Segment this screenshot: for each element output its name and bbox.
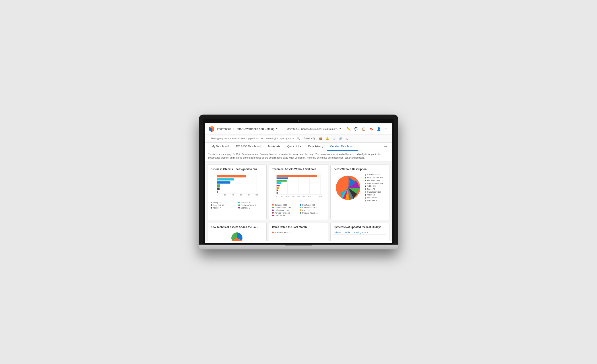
more-tabs-button[interactable]: ···	[382, 143, 389, 150]
col-header-table: Table	[345, 231, 350, 234]
bookmark-icon[interactable]: 🔖	[369, 126, 374, 132]
connect-icon[interactable]: 🔗	[338, 136, 343, 141]
tab-data-privacy[interactable]: Data Privacy	[305, 143, 327, 151]
legend-flat-file: Flat File: 56	[272, 214, 297, 217]
tab-quick-links[interactable]: Quick Links	[284, 143, 305, 151]
svg-rect-39	[277, 192, 278, 194]
svg-text:500: 500	[281, 195, 283, 197]
systems-not-updated-title: Systems Not updated the last 60 days	[334, 226, 386, 229]
pie-legend-file: File: 173	[365, 188, 384, 190]
catalog-icon[interactable]: 📦	[318, 136, 323, 141]
svg-rect-34	[277, 180, 287, 182]
pie-legend-table: Table: 239	[365, 185, 384, 187]
technical-assets-widget: Technical Assets Without Stakhold...	[269, 164, 328, 220]
legend-calculation: Calculation: 393	[300, 206, 325, 209]
cloud-icon[interactable]: ☁️	[331, 136, 336, 141]
legend-calc2: Calculation: 241	[272, 209, 297, 212]
pie-chart-svg	[334, 173, 362, 202]
svg-rect-32	[277, 175, 317, 177]
org-name: Unity CDGC Generic Customer Retail Demo …	[287, 128, 338, 130]
app-name-label: Informatica	[217, 127, 231, 130]
svg-text:40: 40	[232, 194, 234, 196]
svg-rect-15	[217, 190, 218, 193]
legend-foreign-key: Foreign Key: 146	[272, 212, 297, 214]
new-technical-assets-title: New Technical Assets Added the La...	[211, 226, 263, 229]
business-objects-legend: Policy: 87 Process: 52 Data Set: 12	[211, 201, 263, 209]
items-rated-legend: Business Term: 1	[272, 231, 325, 234]
help-icon[interactable]: ?	[384, 126, 389, 132]
search-icon[interactable]: 🔍	[297, 137, 300, 140]
pie-legend-view: View: 58	[365, 194, 384, 196]
svg-text:60: 60	[240, 194, 242, 196]
business-objects-title: Business Objects Unassigned to Ow...	[211, 168, 263, 171]
legend-policy: Policy: 87	[211, 201, 236, 204]
info-text: This is your home page for Data Governan…	[208, 153, 381, 159]
systems-table-header: Column Table Catalog Source	[334, 231, 386, 235]
dashboard-content[interactable]: Business Objects Unassigned to Ow...	[204, 162, 393, 241]
notifications-icon[interactable]: 💬	[353, 126, 359, 132]
chevron-down-icon	[276, 128, 277, 129]
domain-icon[interactable]: 🔔	[325, 136, 330, 141]
legend-bizterm: Business Term: 9	[238, 204, 263, 206]
search-input[interactable]	[208, 136, 301, 141]
legend-data-element: Data element: 796	[272, 206, 297, 209]
legend-primary-key: Primary Key: 141	[300, 212, 325, 214]
header-icons: ✏️ 💬 📋 🔖 👤 ?	[346, 126, 389, 132]
informatica-logo	[208, 125, 215, 132]
svg-text:0: 0	[217, 194, 218, 196]
edit-icon[interactable]: ✏️	[346, 126, 351, 132]
svg-text:20: 20	[224, 194, 226, 196]
tab-my-assets[interactable]: My Assets	[265, 143, 284, 151]
pie-legend-calc: Calculation: 113	[365, 191, 384, 193]
widgets-row-2: New Technical Assets Added the La... Ite…	[207, 222, 390, 241]
laptop-base	[199, 245, 398, 250]
scan-icon[interactable]: ⊙	[345, 136, 350, 141]
svg-text:1000: 1000	[286, 195, 289, 197]
org-selector[interactable]: Unity CDGC Generic Customer Retail Demo …	[285, 127, 343, 131]
search-input-wrapper: 🔍	[208, 136, 301, 141]
svg-text:2000: 2000	[297, 195, 300, 197]
app-title-dropdown[interactable]: Data Governance and Catalog	[236, 127, 278, 130]
col-header-catalog: Catalog Source	[354, 231, 368, 234]
legend-column: Column: 3238	[272, 204, 297, 206]
browse-icons: 📦 🔔 ☁️ 🔗 ⊙	[318, 136, 350, 141]
pie-legend-flatfile: Flat File: 56	[365, 197, 384, 199]
svg-rect-13	[217, 184, 220, 187]
legend-flat-field: Flat Field: 909	[300, 204, 325, 206]
header-left: Informatica | Data Governance and Catalo…	[208, 125, 277, 132]
tab-my-dashboard[interactable]: My Dashboard	[208, 143, 233, 151]
tab-curation-dashboard[interactable]: Curation Dashboard	[327, 143, 358, 151]
laptop-frame: Informatica | Data Governance and Catalo…	[199, 114, 398, 250]
svg-text:2500: 2500	[302, 195, 306, 197]
app-title-label: Data Governance and Catalog	[236, 127, 275, 130]
legend-file: File: 173	[300, 209, 325, 212]
tab-dq-dg-dashboard[interactable]: DQ & DG Dashboard	[233, 143, 265, 151]
col-header-column: Column	[334, 231, 341, 234]
new-assets-chart-preview	[211, 231, 263, 241]
camera-dot	[298, 120, 299, 122]
nav-tabs: My Dashboard DQ & DG Dashboard My Assets…	[204, 143, 393, 151]
search-bar-row: 🔍 Browse By 📦 🔔 ☁️ 🔗 ⊙	[204, 135, 393, 143]
svg-rect-10	[217, 175, 246, 177]
copy-icon[interactable]: 📋	[361, 126, 366, 132]
svg-rect-36	[277, 185, 280, 186]
pie-chart-area: Column: 3238 View Column: 816 Flat Field…	[334, 173, 386, 202]
svg-rect-33	[277, 177, 288, 179]
technical-assets-chart: 0 500 1000 1500 2000 2500 3000 3500	[272, 173, 325, 202]
screen-bezel: Informatica | Data Governance and Catalo…	[203, 119, 394, 245]
user-icon[interactable]: 👤	[376, 126, 381, 132]
legend-process: Process: 52	[238, 201, 263, 204]
pie-legend: Column: 3238 View Column: 816 Flat Field…	[365, 174, 384, 202]
svg-text:3500: 3500	[319, 195, 322, 197]
pie-legend-column: Column: 3238	[365, 174, 384, 176]
legend-metric: Metric: 7	[211, 207, 236, 209]
svg-rect-38	[277, 189, 278, 191]
technical-assets-title: Technical Assets Without Stakhold...	[272, 168, 325, 171]
items-rated-widget: Items Rated the Last Month Business Term…	[269, 222, 328, 241]
svg-text:3000: 3000	[308, 195, 311, 197]
svg-text:100: 100	[255, 194, 258, 196]
widgets-row-1: Business Objects Unassigned to Ow...	[207, 164, 390, 220]
laptop-screen: Informatica | Data Governance and Catalo…	[204, 123, 393, 243]
svg-rect-14	[217, 187, 220, 190]
business-objects-chart: 0 20 40 60 80 100	[211, 173, 263, 199]
